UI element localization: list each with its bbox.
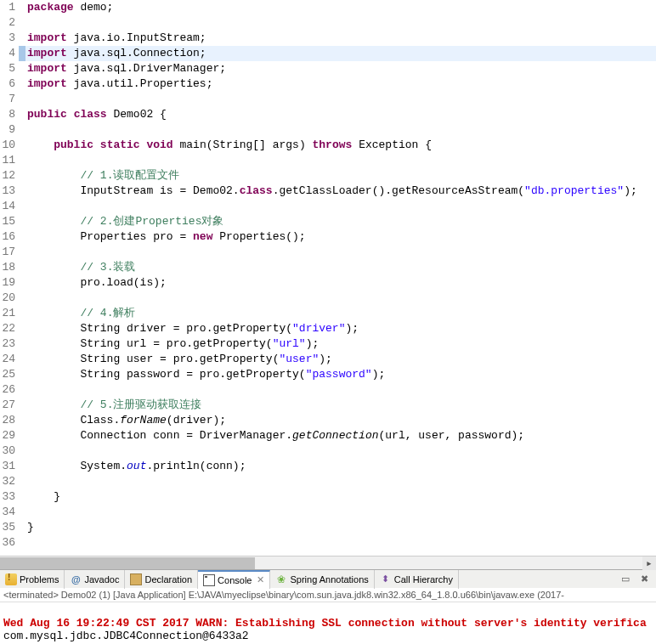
code-content[interactable] [25, 245, 656, 260]
code-line[interactable]: 2 [0, 15, 656, 31]
code-content[interactable]: import java.util.Properties; [25, 76, 656, 92]
code-line[interactable]: 15 // 2.创建Properties对象 [0, 214, 656, 229]
code-line[interactable]: 18 // 3.装载 [0, 260, 656, 275]
code-content[interactable]: // 1.读取配置文件 [25, 168, 656, 184]
code-content[interactable]: public class Demo02 { [25, 107, 656, 122]
code-content[interactable] [25, 443, 656, 459]
line-number: 9 [0, 122, 19, 138]
code-content[interactable]: String user = pro.getProperty("user"); [25, 352, 656, 367]
minimize-panel-button[interactable]: ▭ [619, 573, 632, 586]
code-line[interactable]: 35} [0, 520, 656, 535]
code-content[interactable] [25, 382, 656, 398]
code-content[interactable]: String url = pro.getProperty("url"); [25, 336, 656, 352]
code-line[interactable]: 11 [0, 153, 656, 168]
code-line[interactable]: 33 } [0, 489, 656, 505]
tab-label: Problems [20, 574, 59, 585]
close-icon[interactable]: ✕ [257, 574, 264, 585]
code-content[interactable]: InputStream is = Demo02.class.getClassLo… [25, 184, 656, 199]
code-line[interactable]: 13 InputStream is = Demo02.class.getClas… [0, 184, 656, 199]
code-content[interactable]: // 5.注册驱动获取连接 [25, 398, 656, 413]
code-content[interactable]: import java.sql.DriverManager; [25, 61, 656, 76]
line-number: 7 [0, 92, 19, 107]
call-hierarchy-icon: ⬍ [380, 573, 392, 585]
code-content[interactable]: System.out.println(conn); [25, 459, 656, 474]
code-content[interactable] [25, 474, 656, 489]
code-line[interactable]: 25 String password = pro.getProperty("pa… [0, 367, 656, 382]
code-content[interactable]: import java.sql.Connection; [25, 46, 656, 61]
horizontal-scrollbar[interactable]: ▸ [0, 556, 656, 569]
code-line[interactable]: 19 pro.load(is); [0, 275, 656, 291]
code-content[interactable] [25, 92, 656, 107]
code-content[interactable]: public static void main(String[] args) t… [25, 138, 656, 153]
tab-javadoc[interactable]: @ Javadoc [65, 570, 125, 589]
code-content[interactable]: pro.load(is); [25, 275, 656, 291]
line-number: 33 [0, 489, 19, 505]
code-line[interactable]: 23 String url = pro.getProperty("url"); [0, 336, 656, 352]
code-line[interactable]: 9 [0, 122, 656, 138]
code-content[interactable]: } [25, 520, 656, 535]
gutter-marker [19, 153, 25, 168]
code-editor[interactable]: 1package demo;23import java.io.InputStre… [0, 0, 656, 556]
code-content[interactable]: package demo; [25, 0, 656, 15]
javadoc-icon: @ [70, 573, 82, 585]
code-line[interactable]: 1package demo; [0, 0, 656, 15]
code-content[interactable] [25, 15, 656, 31]
code-content[interactable]: // 4.解析 [25, 306, 656, 321]
code-line[interactable]: 32 [0, 474, 656, 489]
code-content[interactable] [25, 199, 656, 214]
tab-label: Spring Annotations [290, 574, 368, 585]
code-content[interactable] [25, 291, 656, 306]
tab-call-hierarchy[interactable]: ⬍ Call Hierarchy [375, 570, 459, 589]
code-content[interactable]: Class.forName(driver); [25, 413, 656, 428]
code-line[interactable]: 21 // 4.解析 [0, 306, 656, 321]
code-line[interactable]: 34 [0, 505, 656, 520]
tab-declaration[interactable]: Declaration [125, 570, 198, 589]
code-line[interactable]: 17 [0, 245, 656, 260]
tab-console[interactable]: Console ✕ [198, 570, 270, 589]
gutter-marker [19, 443, 25, 459]
code-line[interactable]: 30 [0, 443, 656, 459]
code-content[interactable]: String password = pro.getProperty("passw… [25, 367, 656, 382]
code-line[interactable]: 4import java.sql.Connection; [0, 46, 656, 61]
code-line[interactable]: 22 String driver = pro.getProperty("driv… [0, 321, 656, 336]
code-content[interactable]: Properties pro = new Properties(); [25, 229, 656, 245]
scrollbar-thumb[interactable] [0, 557, 255, 569]
scrollbar-right-arrow[interactable]: ▸ [642, 556, 656, 570]
gutter-marker [19, 245, 25, 260]
gutter-marker [19, 31, 25, 46]
code-line[interactable]: 8public class Demo02 { [0, 107, 656, 122]
tab-problems[interactable]: Problems [0, 570, 65, 589]
code-line[interactable]: 7 [0, 92, 656, 107]
code-content[interactable]: Connection conn = DriverManager.getConne… [25, 428, 656, 443]
code-line[interactable]: 20 [0, 291, 656, 306]
line-number: 29 [0, 428, 19, 443]
code-content[interactable]: import java.io.InputStream; [25, 31, 656, 46]
code-content[interactable]: // 3.装载 [25, 260, 656, 275]
code-line[interactable]: 27 // 5.注册驱动获取连接 [0, 398, 656, 413]
code-content[interactable]: } [25, 489, 656, 505]
close-panel-button[interactable]: ✖ [637, 573, 651, 586]
code-line[interactable]: 24 String user = pro.getProperty("user")… [0, 352, 656, 367]
code-line[interactable]: 36 [0, 535, 656, 551]
code-line[interactable]: 10 public static void main(String[] args… [0, 138, 656, 153]
gutter-marker [19, 76, 25, 92]
code-content[interactable]: // 2.创建Properties对象 [25, 214, 656, 229]
code-line[interactable]: 28 Class.forName(driver); [0, 413, 656, 428]
console-output[interactable]: Wed Aug 16 19:22:49 CST 2017 WARN: Estab… [0, 602, 656, 644]
code-line[interactable]: 14 [0, 199, 656, 214]
code-content[interactable] [25, 505, 656, 520]
code-line[interactable]: 5import java.sql.DriverManager; [0, 61, 656, 76]
code-content[interactable] [25, 153, 656, 168]
code-content[interactable]: String driver = pro.getProperty("driver"… [25, 321, 656, 336]
code-content[interactable] [25, 535, 656, 551]
code-line[interactable]: 26 [0, 382, 656, 398]
code-line[interactable]: 16 Properties pro = new Properties(); [0, 229, 656, 245]
code-line[interactable]: 31 System.out.println(conn); [0, 459, 656, 474]
code-line[interactable]: 29 Connection conn = DriverManager.getCo… [0, 428, 656, 443]
tab-spring-annotations[interactable]: ❀ Spring Annotations [270, 570, 374, 589]
code-content[interactable] [25, 122, 656, 138]
console-header: <terminated> Demo02 (1) [Java Applicatio… [0, 588, 656, 602]
code-line[interactable]: 12 // 1.读取配置文件 [0, 168, 656, 184]
code-line[interactable]: 3import java.io.InputStream; [0, 31, 656, 46]
code-line[interactable]: 6import java.util.Properties; [0, 76, 656, 92]
